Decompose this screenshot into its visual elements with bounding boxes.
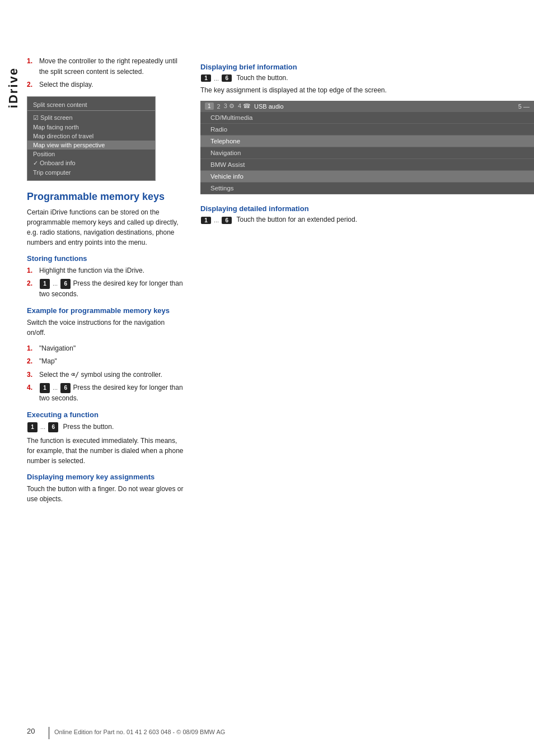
menu-cd-multimedia[interactable]: CD/Multimedia: [200, 111, 534, 124]
step-text-1: Move the controller to the right repeate…: [39, 56, 184, 77]
menu-status-bar: 1 2 3 ⚙ 4 ☎ USB audio 5 —: [200, 101, 534, 111]
example-num-2: 2.: [27, 356, 37, 367]
subsection-example: Example for programmable memory keys: [27, 306, 184, 315]
example-num-4: 4.: [27, 382, 37, 404]
bar-icon-3: 3 ⚙: [224, 102, 235, 110]
storing-text-2: 1 ... 6 Press the desired key for longer…: [39, 278, 184, 300]
example-num-1: 1.: [27, 343, 37, 354]
storing-step-1: 1. Highlight the function via the iDrive…: [27, 265, 184, 276]
storing-steps: 1. Highlight the function via the iDrive…: [27, 265, 184, 300]
step-text-2: Select the display.: [39, 80, 93, 90]
example-step-1: 1. "Navigation": [27, 343, 184, 354]
footer-text: Online Edition for Part no. 01 41 2 603 …: [54, 727, 225, 735]
example-body: Switch the voice instructions for the na…: [27, 318, 184, 338]
example-step-2: 2. "Map": [27, 356, 184, 367]
key-6-btn-brief[interactable]: 6: [222, 74, 232, 82]
example-steps: 1. "Navigation" 2. "Map" 3. Select the ⌫…: [27, 343, 184, 404]
menu-navigation[interactable]: Navigation: [200, 147, 534, 159]
brief-info-title: Displaying brief information: [200, 63, 534, 71]
storing-num-2: 2.: [27, 278, 37, 300]
menu-item-map-north[interactable]: Map facing north: [27, 123, 155, 132]
menu-bmw-assist[interactable]: BMW Assist: [200, 159, 534, 171]
intro-step-2: 2. Select the display.: [27, 80, 184, 90]
key-6-btn-detailed[interactable]: 6: [222, 217, 232, 224]
key-group-executing: 1 ... 6: [27, 422, 59, 432]
storing-step-2: 2. 1 ... 6 Press the desired key for lon…: [27, 278, 184, 300]
footer-border: [48, 727, 50, 739]
menu-title: Split screen content: [27, 100, 155, 111]
subsection-executing: Executing a function: [27, 410, 184, 419]
ellipsis-brief: ...: [214, 75, 219, 82]
menu-item-trip-computer[interactable]: Trip computer: [27, 168, 155, 177]
storing-num-1: 1.: [27, 265, 37, 276]
detailed-info-title: Displaying detailed information: [200, 204, 534, 213]
example-text-3: Select the ⌫/ symbol using the controlle…: [39, 370, 162, 380]
menu-item-split-screen[interactable]: ☑ Split screen: [27, 113, 155, 123]
storing-text-1: Highlight the function via the iDrive.: [39, 265, 144, 276]
right-menu-list: CD/Multimedia Radio Telephone Navigation…: [200, 111, 534, 194]
key-1-btn-detailed[interactable]: 1: [201, 217, 211, 224]
side-label-container: iDrive: [0, 0, 27, 756]
menu-item-position[interactable]: Position: [27, 150, 155, 158]
executing-body: The function is executed immediately. Th…: [27, 436, 184, 466]
detailed-info-keys-row: 1 ... 6 Touch the button for an extended…: [200, 216, 534, 223]
key-group-brief: 1 ... 6: [200, 74, 232, 82]
step-num-1: 1.: [27, 56, 37, 77]
menu-settings[interactable]: Settings: [200, 183, 534, 194]
menu-item-map-direction[interactable]: Map direction of travel: [27, 132, 155, 141]
brief-info-body: The key assignment is displayed at the t…: [200, 85, 534, 95]
page-footer: 20 Online Edition for Part no. 01 41 2 6…: [27, 727, 534, 739]
menu-item-onboard-info[interactable]: Onboard info: [27, 158, 155, 168]
section-body-programmable: Certain iDrive functions can be stored o…: [27, 207, 184, 248]
intro-steps: 1. Move the controller to the right repe…: [27, 56, 184, 91]
key-group-example: 1 ... 6: [39, 383, 71, 393]
example-num-3: 3.: [27, 370, 37, 380]
key-group-detailed: 1 ... 6: [200, 217, 232, 224]
step-num-2: 2.: [27, 80, 37, 90]
right-column: Displaying brief information 1 ... 6 Tou…: [195, 56, 534, 756]
key-6-btn-example[interactable]: 6: [60, 383, 71, 393]
bar-usb-audio: USB audio: [254, 103, 284, 110]
menu-radio[interactable]: Radio: [200, 124, 534, 136]
executing-keys-text: Press the button.: [63, 423, 114, 431]
displaying-body: Touch the button with a finger. Do not w…: [27, 484, 184, 504]
ellipsis-detailed: ...: [214, 217, 219, 223]
bar-right: 5 —: [518, 103, 530, 110]
menu-item-map-perspective[interactable]: Map view with perspective: [27, 141, 155, 150]
intro-step-1: 1. Move the controller to the right repe…: [27, 56, 184, 77]
example-text-2: "Map": [39, 356, 57, 367]
executing-intro: 1 ... 6 Press the button.: [27, 422, 184, 432]
bar-item-1: 1: [205, 102, 214, 110]
key-6-btn-storing[interactable]: 6: [60, 279, 71, 289]
brief-keys-text: Touch the button.: [237, 74, 288, 82]
subsection-displaying: Displaying memory key Displaying memory …: [27, 473, 184, 481]
ellipsis-storing: ...: [53, 279, 58, 289]
split-screen-menu: Split screen content ☑ Split screen Map …: [27, 96, 156, 181]
page-container: iDrive 1. Move the controller to the rig…: [0, 0, 534, 756]
ellipsis-example: ...: [53, 383, 58, 393]
bar-icon-4: 4 ☎: [238, 102, 251, 110]
example-step-4: 4. 1 ... 6 Press the desired key for lon…: [27, 382, 184, 404]
menu-telephone[interactable]: Telephone: [200, 136, 534, 147]
main-content: 1. Move the controller to the right repe…: [27, 0, 534, 756]
page-number: 20: [27, 727, 44, 735]
key-1-btn-example[interactable]: 1: [40, 383, 50, 393]
detailed-keys-text: Touch the button for an extended period.: [237, 216, 358, 223]
key-1-btn-storing[interactable]: 1: [40, 279, 50, 289]
ellipsis-executing: ...: [40, 422, 45, 432]
section-title-programmable: Programmable memory keys: [27, 191, 184, 203]
subsection-storing: Storing functions: [27, 254, 184, 263]
example-step-3: 3. Select the ⌫/ symbol using the contro…: [27, 370, 184, 380]
example-text-1: "Navigation": [39, 343, 76, 354]
example-text-4: 1 ... 6 Press the desired key for longer…: [39, 382, 184, 404]
key-1-btn-brief[interactable]: 1: [201, 74, 211, 82]
brief-info-keys-row: 1 ... 6 Touch the button.: [200, 74, 534, 82]
key-1-btn-executing[interactable]: 1: [27, 422, 38, 432]
left-column: 1. Move the controller to the right repe…: [27, 56, 195, 756]
side-label-text: iDrive: [6, 67, 21, 108]
key-group-storing: 1 ... 6: [39, 279, 71, 289]
bar-icon-2: 2: [217, 103, 221, 110]
key-6-btn-executing[interactable]: 6: [48, 422, 58, 432]
menu-vehicle-info[interactable]: Vehicle info: [200, 171, 534, 183]
